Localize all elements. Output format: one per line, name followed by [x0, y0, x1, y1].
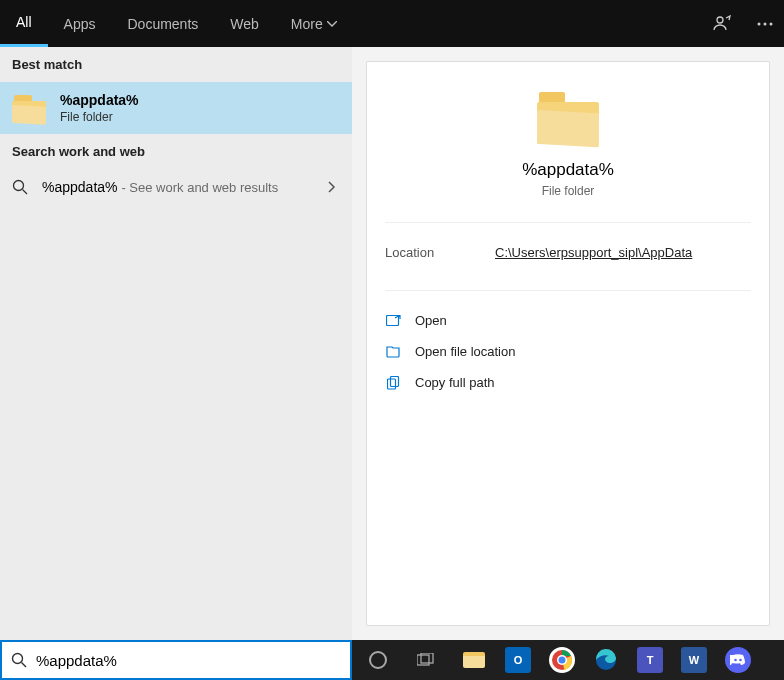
preview-pane: %appdata% File folder Location C:\Users\… [366, 61, 770, 626]
result-name: %appdata% [60, 92, 139, 108]
web-result-row[interactable]: %appdata% - See work and web results [0, 169, 352, 205]
tab-documents[interactable]: Documents [111, 0, 214, 47]
location-label: Location [385, 245, 495, 260]
folder-open-icon [385, 345, 401, 358]
tab-all[interactable]: All [0, 0, 48, 47]
search-icon [2, 652, 36, 668]
feedback-icon[interactable] [712, 14, 732, 34]
task-view-button[interactable] [404, 640, 448, 680]
result-type: File folder [60, 110, 139, 124]
tab-more[interactable]: More [275, 0, 353, 47]
discord-icon [725, 647, 751, 673]
search-box[interactable] [0, 640, 352, 680]
svg-point-2 [764, 22, 767, 25]
location-value[interactable]: C:\Users\erpsupport_sipl\AppData [495, 245, 692, 260]
folder-icon [12, 93, 46, 123]
svg-point-0 [717, 17, 723, 23]
best-match-result[interactable]: %appdata% File folder [0, 82, 352, 134]
search-icon [12, 179, 28, 195]
taskbar-app-chrome[interactable] [540, 640, 584, 680]
action-copy-full-path[interactable]: Copy full path [385, 367, 751, 398]
svg-rect-8 [390, 376, 398, 386]
svg-point-4 [14, 181, 24, 191]
svg-point-9 [13, 654, 23, 664]
preview-wrapper: %appdata% File folder Location C:\Users\… [352, 47, 784, 640]
svg-point-1 [758, 22, 761, 25]
svg-line-5 [23, 190, 28, 195]
open-icon [385, 315, 401, 327]
action-label: Copy full path [415, 375, 495, 390]
svg-point-3 [770, 22, 773, 25]
action-label: Open file location [415, 344, 515, 359]
taskbar-app-outlook[interactable]: O [496, 640, 540, 680]
taskbar-app-teams[interactable]: T [628, 640, 672, 680]
file-explorer-icon [461, 647, 487, 673]
preview-subtitle: File folder [377, 184, 759, 198]
search-input[interactable] [36, 642, 350, 678]
search-work-web-label: Search work and web [0, 134, 352, 169]
edge-icon [593, 647, 619, 673]
cortana-button[interactable] [356, 640, 400, 680]
preview-title: %appdata% [377, 160, 759, 180]
chevron-down-icon [327, 21, 337, 27]
word-icon: W [681, 647, 707, 673]
copy-icon [385, 376, 401, 390]
taskbar-app-edge[interactable] [584, 640, 628, 680]
action-open-file-location[interactable]: Open file location [385, 336, 751, 367]
web-term: %appdata% [42, 179, 118, 195]
svg-line-10 [22, 663, 27, 668]
folder-icon [537, 92, 599, 144]
tab-apps[interactable]: Apps [48, 0, 112, 47]
ellipsis-icon[interactable] [756, 15, 774, 33]
taskbar-app-word[interactable]: W [672, 640, 716, 680]
chrome-icon [549, 647, 575, 673]
action-open[interactable]: Open [385, 305, 751, 336]
svg-point-17 [734, 659, 737, 662]
search-results-area: Best match %appdata% File folder Search … [0, 47, 784, 640]
taskbar-app-file-explorer[interactable] [452, 640, 496, 680]
chevron-right-icon [328, 181, 336, 193]
svg-rect-7 [387, 379, 395, 389]
taskbar-app-discord[interactable] [716, 640, 760, 680]
taskbar: OTW [352, 640, 784, 680]
teams-icon: T [637, 647, 663, 673]
best-match-label: Best match [0, 47, 352, 82]
outlook-icon: O [505, 647, 531, 673]
svg-point-18 [739, 659, 742, 662]
action-label: Open [415, 313, 447, 328]
svg-point-15 [559, 657, 566, 664]
tab-web[interactable]: Web [214, 0, 275, 47]
results-list: Best match %appdata% File folder Search … [0, 47, 352, 640]
search-tab-bar: All Apps Documents Web More [0, 0, 784, 47]
web-hint: - See work and web results [121, 180, 278, 195]
